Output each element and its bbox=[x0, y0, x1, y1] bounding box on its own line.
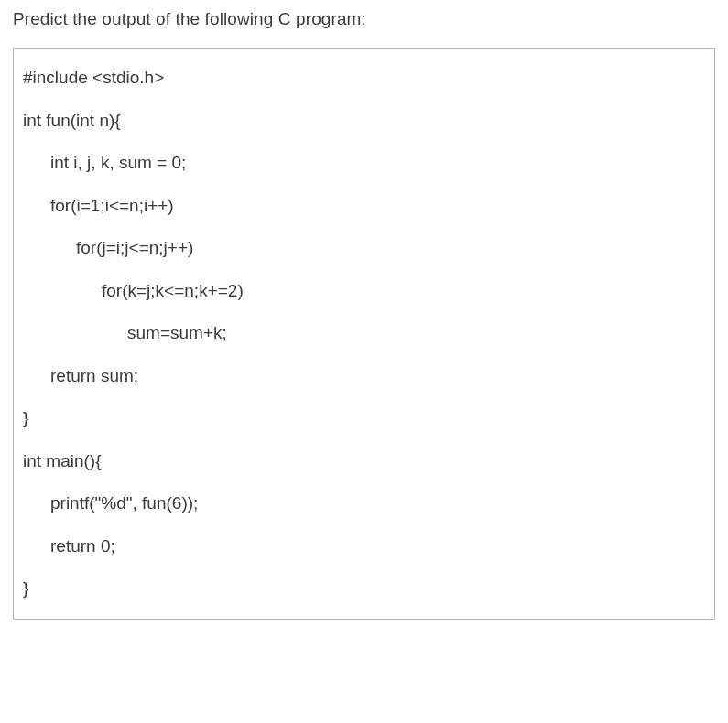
code-line: } bbox=[23, 405, 705, 432]
code-blank-line bbox=[23, 219, 705, 235]
code-line: } bbox=[23, 576, 705, 602]
code-line: for(i=1;i<=n;i++) bbox=[23, 193, 705, 220]
code-line: for(k=j;k<=n;k+=2) bbox=[23, 278, 705, 305]
code-blank-line bbox=[23, 177, 705, 193]
question-prompt: Predict the output of the following C pr… bbox=[13, 9, 715, 29]
code-line: int fun(int n){ bbox=[23, 108, 705, 135]
code-line: int main(){ bbox=[23, 448, 705, 475]
code-block: #include <stdio.h>int fun(int n){int i, … bbox=[13, 48, 715, 620]
code-line: printf("%d", fun(6)); bbox=[23, 491, 705, 517]
code-blank-line bbox=[23, 92, 705, 108]
code-blank-line bbox=[23, 389, 705, 405]
code-blank-line bbox=[23, 347, 705, 363]
code-blank-line bbox=[23, 559, 705, 576]
code-blank-line bbox=[23, 304, 705, 320]
code-line: return 0; bbox=[23, 534, 705, 560]
code-blank-line bbox=[23, 432, 705, 448]
code-blank-line bbox=[23, 474, 705, 491]
code-blank-line bbox=[23, 262, 705, 278]
code-blank-line bbox=[23, 517, 705, 534]
code-line: #include <stdio.h> bbox=[23, 65, 705, 92]
code-line: int i, j, k, sum = 0; bbox=[23, 150, 705, 177]
code-line: return sum; bbox=[23, 363, 705, 390]
code-line: for(j=i;j<=n;j++) bbox=[23, 235, 705, 262]
code-line: sum=sum+k; bbox=[23, 320, 705, 347]
code-blank-line bbox=[23, 134, 705, 150]
